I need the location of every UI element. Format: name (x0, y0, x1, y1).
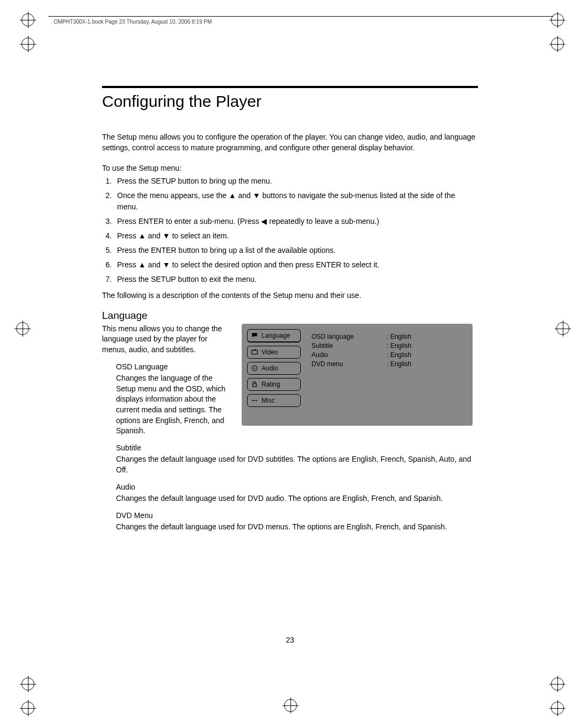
steps-heading: To use the Setup menu: (102, 164, 478, 172)
osd-side-item-audio: Audio (247, 362, 301, 375)
reg-mark-icon (21, 13, 34, 26)
osd-menu-illustration: Language Video Audio (242, 324, 473, 426)
osd-row-value: : English (387, 333, 451, 340)
language-intro: This menu allows you to change the langu… (102, 324, 231, 355)
page-number: 23 (0, 636, 580, 644)
post-steps-paragraph: The following is a description of the co… (102, 290, 478, 301)
intro-paragraph: The Setup menu allows you to configure t… (102, 132, 478, 153)
osd-side-item-rating: Rating (247, 378, 301, 391)
svg-point-5 (254, 400, 255, 401)
step-item: Press ENTER to enter a sub-menu. (Press … (114, 216, 478, 227)
step-item: Press ▲ and ▼ to select an item. (114, 230, 478, 242)
subtitle-body: Changes the default language used for DV… (116, 454, 478, 475)
osd-side-item-misc: Misc (247, 394, 301, 407)
osd-side-label: Audio (262, 365, 278, 372)
disc-icon (251, 365, 258, 372)
dvd-menu-body: Changes the default language used for DV… (116, 522, 478, 533)
osd-language-body: Changes the language of the Setup menu a… (116, 373, 231, 436)
svg-point-6 (256, 400, 257, 401)
dots-icon (251, 397, 258, 404)
lock-icon (251, 381, 258, 388)
svg-rect-0 (252, 350, 258, 354)
reg-mark-icon (551, 702, 564, 715)
header-filename: OMPHT300X-1.book Page 23 Thursday, Augus… (54, 19, 212, 25)
osd-row-value: : English (387, 360, 451, 368)
osd-side-label: Video (262, 348, 278, 356)
osd-row-key: OSD language (311, 333, 387, 340)
tv-icon (251, 348, 258, 356)
osd-language-heading: OSD Language (116, 362, 231, 373)
reg-mark-icon (21, 38, 34, 50)
osd-row-value: : English (387, 342, 451, 350)
osd-side-item-video: Video (247, 346, 301, 359)
reg-mark-icon (556, 322, 569, 335)
osd-row-key: Subtitle (311, 342, 387, 350)
page-title: Configuring the Player (102, 86, 478, 111)
osd-row-key: Audio (311, 351, 387, 359)
osd-side-menu: Language Video Audio (247, 329, 301, 410)
reg-mark-icon (16, 322, 29, 335)
reg-mark-icon (284, 699, 297, 712)
osd-row-value: : English (387, 351, 451, 359)
header-rule (48, 16, 553, 17)
reg-mark-icon (21, 678, 34, 690)
page-body: Configuring the Player The Setup menu al… (102, 86, 478, 533)
osd-row: OSD language : English (311, 333, 462, 340)
osd-row: Audio : English (311, 351, 462, 359)
osd-row: Subtitle : English (311, 342, 462, 350)
reg-mark-icon (551, 38, 564, 50)
subtitle-heading: Subtitle (116, 443, 478, 454)
audio-heading: Audio (116, 482, 478, 493)
step-item: Once the menu appears, use the ▲ and ▼ b… (114, 190, 478, 213)
osd-side-label: Rating (262, 381, 280, 388)
osd-side-label: Misc (262, 397, 275, 404)
svg-rect-3 (253, 384, 257, 387)
speech-bubble-icon (251, 332, 258, 339)
reg-mark-icon (551, 678, 564, 690)
step-item: Press the ENTER button to bring up a lis… (114, 245, 478, 256)
step-item: Press the SETUP button to exit the menu. (114, 274, 478, 285)
osd-side-item-language: Language (247, 329, 301, 343)
language-heading: Language (102, 310, 478, 322)
osd-side-label: Language (262, 332, 290, 339)
osd-main-pane: OSD language : English Subtitle : Englis… (311, 331, 462, 369)
osd-row: DVD menu : English (311, 360, 462, 368)
step-item: Press the SETUP button to bring up the m… (114, 176, 478, 187)
svg-point-2 (254, 368, 255, 369)
osd-row-key: DVD menu (311, 360, 387, 368)
reg-mark-icon (551, 13, 564, 26)
reg-mark-icon (21, 702, 34, 715)
dvd-menu-heading: DVD Menu (116, 511, 478, 521)
svg-point-4 (252, 400, 253, 401)
audio-body: Changes the default language used for DV… (116, 493, 478, 504)
steps-list: Press the SETUP button to bring up the m… (102, 176, 478, 285)
step-item: Press ▲ and ▼ to select the desired opti… (114, 259, 478, 271)
